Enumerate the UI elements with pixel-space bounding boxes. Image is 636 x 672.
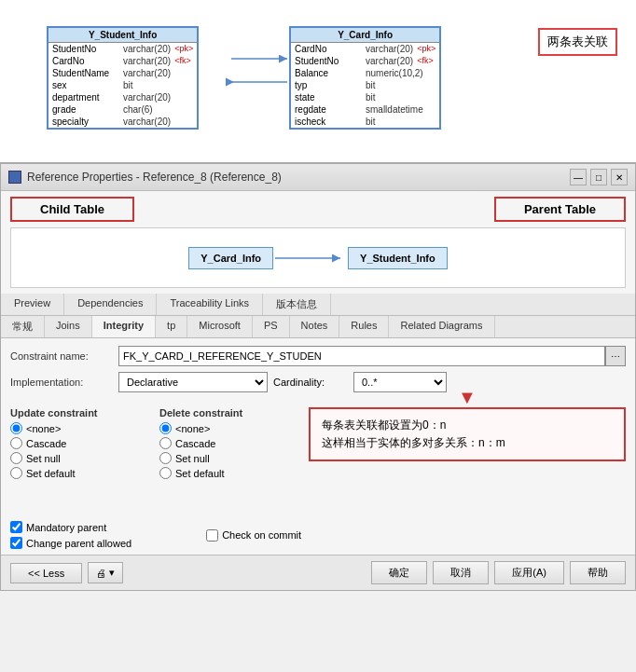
annotation-arrow: ▼ [458,387,477,408]
update-setnull-option: Set null [10,452,141,464]
check-on-commit-label: Check on commit [222,529,301,541]
parent-table-label: Parent Table [494,197,626,222]
delete-cascade-radio[interactable] [159,437,172,449]
update-constraint-group: Update constraint <none> Cascade Set nul… [10,407,141,482]
delete-cascade-option: Cascade [159,437,290,449]
table-row: sex bit [48,79,197,91]
tab-version[interactable]: 版本信息 [263,294,331,315]
table-row: ischeck bit [291,116,439,128]
table-row: regdate smalldatetime [291,103,439,116]
tab-microsoft[interactable]: Microsoft [187,316,253,337]
title-bar: Reference Properties - Reference_8 (Refe… [1,164,635,191]
cardinality-label: Cardinality: [273,377,348,388]
bottom-bar: << Less 🖨 ▾ 确定 取消 应用(A) 帮助 [1,555,635,590]
check-on-commit-checkbox-row: Check on commit [206,521,301,549]
annotation-container: ▼ 每条表关联都设置为0：n 这样相当于实体的多对多关系：n：m [309,407,626,482]
implementation-label: Implementation: [10,377,113,388]
table-labels-bar: Child Table Parent Table [1,191,635,227]
dialog-icon [8,171,21,184]
diagram-area: Y_Student_Info StudentNo varchar(20) <pk… [0,0,636,163]
print-dropdown-arrow: ▾ [109,567,115,579]
tab-joins[interactable]: Joins [45,316,92,337]
ref-from-table: Y_Card_Info [188,247,273,269]
constraints-area: Update constraint <none> Cascade Set nul… [1,402,635,487]
mandatory-parent-label: Mandatory parent [26,522,106,533]
card-table-header: Y_Card_Info [291,28,439,43]
table-row: StudentName varchar(20) [48,67,197,79]
card-table: Y_Card_Info CardNo varchar(20) <pk> Stud… [289,26,441,130]
table-row: typ bit [291,79,439,91]
confirm-button[interactable]: 确定 [371,561,427,584]
annotation-line1: 每条表关联都设置为0：n [322,417,613,434]
tab-dependencies[interactable]: Dependencies [64,294,157,315]
annotation-line2: 这样相当于实体的多对多关系：n：m [322,434,613,452]
constraint-name-input[interactable] [118,346,605,366]
update-none-radio[interactable] [10,422,22,434]
tab-changgui[interactable]: 常规 [1,316,45,337]
tab-related-diagrams[interactable]: Related Diagrams [389,316,494,337]
tab-bar-2: 常规 Joins Integrity tp Microsoft PS Notes… [1,316,635,338]
minimize-button[interactable]: — [570,169,587,185]
table-row: StudentNo varchar(20) <pk> [48,43,197,55]
student-table: Y_Student_Info StudentNo varchar(20) <pk… [47,26,199,130]
print-button-group[interactable]: 🖨 ▾ [88,562,123,583]
maximize-button[interactable]: □ [590,169,607,185]
delete-constraint-title: Delete constraint [159,407,290,418]
constraint-name-row: Constraint name: ⋯ [10,346,626,366]
close-button[interactable]: ✕ [611,169,628,185]
window-controls: — □ ✕ [570,169,628,185]
tab-integrity[interactable]: Integrity [92,316,156,337]
update-constraint-title: Update constraint [10,407,141,418]
table-row: specialty varchar(20) [48,116,197,128]
dialog-title: Reference Properties - Reference_8 (Refe… [27,171,282,184]
constraint-name-input-group: ⋯ [118,346,626,366]
table-row: Balance numeric(10,2) [291,67,439,79]
tab-rules[interactable]: Rules [339,316,389,337]
check-on-commit-checkbox[interactable] [206,529,218,542]
constraint-name-browse-button[interactable]: ⋯ [605,346,626,366]
update-setnull-radio[interactable] [10,452,22,464]
table-row: department varchar(20) [48,91,197,103]
help-button[interactable]: 帮助 [570,561,626,584]
update-cascade-radio[interactable] [10,437,22,449]
delete-setdefault-radio[interactable] [159,467,172,479]
update-none-option: <none> [10,422,141,434]
tab-preview[interactable]: Preview [1,294,64,315]
dialog-window: Reference Properties - Reference_8 (Refe… [0,163,636,591]
table-row: grade char(6) [48,103,197,116]
delete-none-radio[interactable] [159,422,172,434]
implementation-row: Implementation: Declarative Cardinality:… [10,372,626,392]
student-table-header: Y_Student_Info [48,28,197,43]
ref-arrow-svg [273,249,348,267]
change-parent-checkbox[interactable] [10,537,22,549]
table-row: state bit [291,91,439,103]
change-parent-checkbox-row: Change parent allowed [10,537,131,549]
update-setdefault-option: Set default [10,467,141,479]
table-row: StudentNo varchar(20) <fk> [291,55,439,67]
delete-setnull-radio[interactable] [159,452,172,464]
cardinality-select[interactable]: 0..* 1..* 1..1 [353,372,447,392]
mandatory-parent-checkbox-row: Mandatory parent [10,521,131,533]
child-table-label: Child Table [10,197,134,222]
cancel-button[interactable]: 取消 [433,561,489,584]
delete-constraint-group: Delete constraint <none> Cascade Set nul… [159,407,290,482]
tab-tp[interactable]: tp [156,316,187,337]
mandatory-parent-checkbox[interactable] [10,521,22,533]
checkboxes-area: Mandatory parent Change parent allowed C… [1,515,635,555]
red-annotation-box: 每条表关联都设置为0：n 这样相当于实体的多对多关系：n：m [309,407,626,461]
tab-ps[interactable]: PS [253,316,290,337]
delete-setdefault-option: Set default [159,467,290,479]
constraint-name-label: Constraint name: [10,350,113,362]
tab-traceability[interactable]: Traceability Links [157,294,263,315]
tab-bar-1: Preview Dependencies Traceability Links … [1,294,635,316]
tab-notes[interactable]: Notes [290,316,340,337]
update-setdefault-radio[interactable] [10,467,22,479]
delete-setnull-option: Set null [159,452,290,464]
implementation-select[interactable]: Declarative [118,372,268,392]
delete-none-option: <none> [159,422,290,434]
less-button[interactable]: << Less [10,563,82,583]
print-icon: 🖨 [96,568,106,579]
table-row: CardNo varchar(20) <fk> [48,55,197,67]
ref-diagram: Y_Card_Info Y_Student_Info [10,227,626,288]
apply-button[interactable]: 应用(A) [494,561,564,584]
